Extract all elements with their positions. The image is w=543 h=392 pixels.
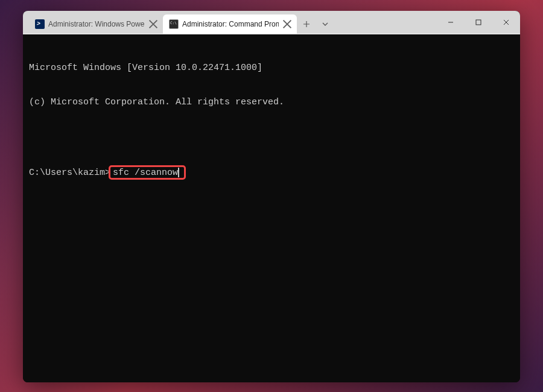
- svg-rect-0: [476, 20, 481, 25]
- text-cursor: [178, 168, 179, 177]
- close-tab-button[interactable]: [282, 19, 292, 29]
- tabs-area: Administrator: Windows PowerS Administra…: [23, 11, 437, 34]
- prompt-text: C:\Users\kazim>: [29, 167, 110, 179]
- cmd-icon: [169, 19, 179, 29]
- powershell-icon: [35, 19, 45, 29]
- terminal-window: Administrator: Windows PowerS Administra…: [23, 11, 520, 382]
- tab-powershell[interactable]: Administrator: Windows PowerS: [29, 14, 163, 34]
- terminal-output[interactable]: Microsoft Windows [Version 10.0.22471.10…: [23, 34, 520, 382]
- terminal-line: (c) Microsoft Corporation. All rights re…: [29, 96, 514, 108]
- tab-label: Administrator: Command Prom: [182, 20, 279, 28]
- command-text: sfc /scannow: [113, 167, 178, 179]
- terminal-line: Microsoft Windows [Version 10.0.22471.10…: [29, 62, 514, 74]
- prompt-line: C:\Users\kazim>sfc /scannow: [29, 165, 514, 180]
- close-tab-button[interactable]: [148, 19, 158, 29]
- new-tab-button[interactable]: [297, 14, 316, 34]
- tab-label: Administrator: Windows PowerS: [48, 20, 145, 28]
- tab-dropdown-button[interactable]: [316, 14, 334, 34]
- titlebar: Administrator: Windows PowerS Administra…: [23, 11, 520, 34]
- terminal-blank-line: [29, 131, 514, 142]
- close-window-button[interactable]: [492, 11, 520, 34]
- command-highlight: sfc /scannow: [109, 165, 186, 180]
- minimize-button[interactable]: [437, 11, 465, 34]
- window-controls: [437, 11, 520, 34]
- maximize-button[interactable]: [465, 11, 492, 34]
- tab-command-prompt[interactable]: Administrator: Command Prom: [163, 14, 297, 34]
